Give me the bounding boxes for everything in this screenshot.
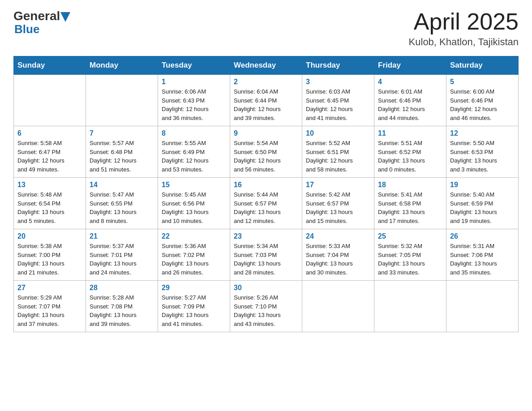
calendar-day-header: Sunday [14, 56, 86, 75]
calendar-cell: 27Sunrise: 5:29 AMSunset: 7:07 PMDayligh… [14, 281, 86, 332]
day-info: Sunrise: 6:01 AMSunset: 6:46 PMDaylight:… [378, 87, 442, 122]
day-info: Sunrise: 5:42 AMSunset: 6:57 PMDaylight:… [306, 190, 370, 225]
day-info: Sunrise: 6:03 AMSunset: 6:45 PMDaylight:… [306, 87, 370, 122]
day-number: 20 [17, 232, 82, 240]
calendar-cell: 13Sunrise: 5:48 AMSunset: 6:54 PMDayligh… [14, 178, 86, 229]
calendar-cell: 26Sunrise: 5:31 AMSunset: 7:06 PMDayligh… [446, 229, 519, 281]
calendar-cell: 24Sunrise: 5:33 AMSunset: 7:04 PMDayligh… [302, 229, 374, 281]
calendar-cell: 25Sunrise: 5:32 AMSunset: 7:05 PMDayligh… [374, 229, 446, 281]
day-info: Sunrise: 6:04 AMSunset: 6:44 PMDaylight:… [234, 87, 298, 122]
day-info: Sunrise: 5:27 AMSunset: 7:09 PMDaylight:… [162, 293, 226, 328]
day-info: Sunrise: 5:45 AMSunset: 6:56 PMDaylight:… [162, 190, 226, 225]
day-number: 24 [306, 232, 370, 240]
logo: General Blue [13, 9, 71, 36]
calendar-cell: 15Sunrise: 5:45 AMSunset: 6:56 PMDayligh… [158, 178, 230, 229]
calendar-week-row: 13Sunrise: 5:48 AMSunset: 6:54 PMDayligh… [14, 178, 519, 229]
day-info: Sunrise: 5:28 AMSunset: 7:08 PMDaylight:… [90, 293, 154, 328]
day-number: 22 [162, 232, 226, 240]
day-number: 10 [306, 129, 370, 137]
calendar-week-row: 20Sunrise: 5:38 AMSunset: 7:00 PMDayligh… [14, 229, 519, 281]
day-number: 27 [17, 284, 82, 292]
calendar-cell: 19Sunrise: 5:40 AMSunset: 6:59 PMDayligh… [446, 178, 519, 229]
calendar-cell: 20Sunrise: 5:38 AMSunset: 7:00 PMDayligh… [14, 229, 86, 281]
calendar-cell [14, 75, 86, 126]
calendar-cell: 30Sunrise: 5:26 AMSunset: 7:10 PMDayligh… [230, 281, 302, 332]
calendar-cell: 23Sunrise: 5:34 AMSunset: 7:03 PMDayligh… [230, 229, 302, 281]
calendar-title: April 2025 [409, 9, 519, 34]
day-number: 3 [306, 78, 370, 86]
day-info: Sunrise: 5:55 AMSunset: 6:49 PMDaylight:… [162, 139, 226, 174]
day-number: 30 [234, 284, 298, 292]
day-number: 12 [450, 129, 515, 137]
calendar-cell [446, 281, 519, 332]
calendar-cell: 18Sunrise: 5:41 AMSunset: 6:58 PMDayligh… [374, 178, 446, 229]
logo-icon: General [13, 9, 71, 23]
calendar-cell: 6Sunrise: 5:58 AMSunset: 6:47 PMDaylight… [14, 126, 86, 178]
day-number: 11 [378, 129, 442, 137]
day-info: Sunrise: 5:37 AMSunset: 7:01 PMDaylight:… [90, 242, 154, 277]
day-info: Sunrise: 5:33 AMSunset: 7:04 PMDaylight:… [306, 242, 370, 277]
logo-general-text: General [13, 9, 60, 23]
day-info: Sunrise: 5:52 AMSunset: 6:51 PMDaylight:… [306, 139, 370, 174]
day-number: 15 [162, 181, 226, 189]
calendar-cell: 10Sunrise: 5:52 AMSunset: 6:51 PMDayligh… [302, 126, 374, 178]
svg-marker-0 [60, 12, 70, 22]
day-info: Sunrise: 5:29 AMSunset: 7:07 PMDaylight:… [17, 293, 82, 328]
calendar-day-header: Wednesday [230, 56, 302, 75]
day-number: 21 [90, 232, 154, 240]
calendar-week-row: 27Sunrise: 5:29 AMSunset: 7:07 PMDayligh… [14, 281, 519, 332]
calendar-cell: 8Sunrise: 5:55 AMSunset: 6:49 PMDaylight… [158, 126, 230, 178]
day-number: 19 [450, 181, 515, 189]
calendar-cell [374, 281, 446, 332]
logo-triangle-icon [60, 12, 70, 22]
calendar-cell: 5Sunrise: 6:00 AMSunset: 6:46 PMDaylight… [446, 75, 519, 126]
day-number: 28 [90, 284, 154, 292]
calendar-cell: 3Sunrise: 6:03 AMSunset: 6:45 PMDaylight… [302, 75, 374, 126]
calendar-cell: 11Sunrise: 5:51 AMSunset: 6:52 PMDayligh… [374, 126, 446, 178]
calendar-header-row: SundayMondayTuesdayWednesdayThursdayFrid… [14, 56, 519, 75]
day-info: Sunrise: 5:54 AMSunset: 6:50 PMDaylight:… [234, 139, 298, 174]
day-number: 16 [234, 181, 298, 189]
calendar-cell: 17Sunrise: 5:42 AMSunset: 6:57 PMDayligh… [302, 178, 374, 229]
day-info: Sunrise: 5:32 AMSunset: 7:05 PMDaylight:… [378, 242, 442, 277]
calendar-cell: 12Sunrise: 5:50 AMSunset: 6:53 PMDayligh… [446, 126, 519, 178]
day-number: 2 [234, 78, 298, 86]
day-number: 29 [162, 284, 226, 292]
day-info: Sunrise: 6:00 AMSunset: 6:46 PMDaylight:… [450, 87, 515, 122]
calendar-cell: 29Sunrise: 5:27 AMSunset: 7:09 PMDayligh… [158, 281, 230, 332]
calendar-cell: 4Sunrise: 6:01 AMSunset: 6:46 PMDaylight… [374, 75, 446, 126]
calendar-cell [86, 75, 158, 126]
day-info: Sunrise: 5:50 AMSunset: 6:53 PMDaylight:… [450, 139, 515, 174]
day-number: 1 [162, 78, 226, 86]
calendar-day-header: Tuesday [158, 56, 230, 75]
day-info: Sunrise: 5:47 AMSunset: 6:55 PMDaylight:… [90, 190, 154, 225]
day-info: Sunrise: 6:06 AMSunset: 6:43 PMDaylight:… [162, 87, 226, 122]
day-info: Sunrise: 5:51 AMSunset: 6:52 PMDaylight:… [378, 139, 442, 174]
day-info: Sunrise: 5:36 AMSunset: 7:02 PMDaylight:… [162, 242, 226, 277]
calendar-cell: 28Sunrise: 5:28 AMSunset: 7:08 PMDayligh… [86, 281, 158, 332]
page-header: General Blue April 2025 Kulob, Khatlon, … [13, 9, 519, 48]
day-info: Sunrise: 5:57 AMSunset: 6:48 PMDaylight:… [90, 139, 154, 174]
day-number: 26 [450, 232, 515, 240]
calendar-cell: 16Sunrise: 5:44 AMSunset: 6:57 PMDayligh… [230, 178, 302, 229]
day-number: 23 [234, 232, 298, 240]
title-block: April 2025 Kulob, Khatlon, Tajikistan [409, 9, 519, 48]
day-info: Sunrise: 5:44 AMSunset: 6:57 PMDaylight:… [234, 190, 298, 225]
day-info: Sunrise: 5:38 AMSunset: 7:00 PMDaylight:… [17, 242, 82, 277]
day-info: Sunrise: 5:34 AMSunset: 7:03 PMDaylight:… [234, 242, 298, 277]
day-number: 8 [162, 129, 226, 137]
calendar-week-row: 6Sunrise: 5:58 AMSunset: 6:47 PMDaylight… [14, 126, 519, 178]
calendar-week-row: 1Sunrise: 6:06 AMSunset: 6:43 PMDaylight… [14, 75, 519, 126]
day-info: Sunrise: 5:41 AMSunset: 6:58 PMDaylight:… [378, 190, 442, 225]
calendar-cell: 14Sunrise: 5:47 AMSunset: 6:55 PMDayligh… [86, 178, 158, 229]
day-number: 7 [90, 129, 154, 137]
calendar-cell: 2Sunrise: 6:04 AMSunset: 6:44 PMDaylight… [230, 75, 302, 126]
day-number: 25 [378, 232, 442, 240]
day-info: Sunrise: 5:40 AMSunset: 6:59 PMDaylight:… [450, 190, 515, 225]
day-info: Sunrise: 5:26 AMSunset: 7:10 PMDaylight:… [234, 293, 298, 328]
calendar-table: SundayMondayTuesdayWednesdayThursdayFrid… [13, 56, 519, 332]
day-number: 6 [17, 129, 82, 137]
day-info: Sunrise: 5:48 AMSunset: 6:54 PMDaylight:… [17, 190, 82, 225]
logo-blue-text: Blue [14, 22, 39, 36]
day-number: 4 [378, 78, 442, 86]
